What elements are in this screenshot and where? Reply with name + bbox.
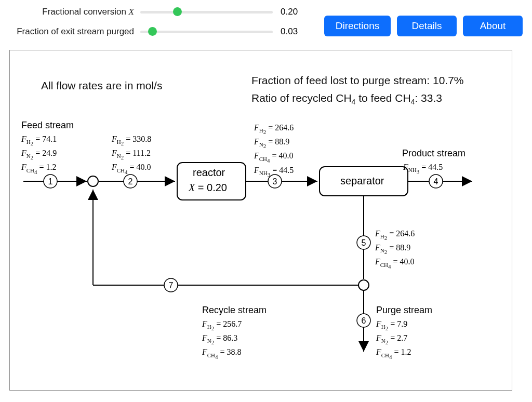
stream4-values: FNH3 = 44.5 <box>403 162 443 176</box>
button-row: Directions Details About <box>324 16 523 36</box>
reactor-x-sym: X <box>189 182 195 193</box>
controls-panel: Fractional conversion X 0.20 Fraction of… <box>0 0 532 47</box>
stream6-values: FH2 = 7.9 FN2 = 2.7 FCH4 = 1.2 <box>376 318 411 361</box>
svg-text:4: 4 <box>434 177 438 186</box>
svg-point-7 <box>358 280 369 290</box>
svg-text:7: 7 <box>169 281 174 290</box>
stream1-values: FH2 = 74.1 FN2 = 24.9 FCH4 = 1.2 <box>21 133 57 176</box>
directions-button[interactable]: Directions <box>324 16 391 36</box>
slider-thumb[interactable] <box>173 7 182 16</box>
slider-conversion-value: 0.20 <box>273 7 301 17</box>
details-button[interactable]: Details <box>397 16 457 36</box>
product-title: Product stream <box>402 148 466 159</box>
process-diagram: All flow rates are in mol/s Fraction of … <box>9 50 512 391</box>
reactor-x: X = 0.20 <box>189 182 227 194</box>
slider-thumb[interactable] <box>148 27 157 36</box>
reactor-label: reactor <box>193 167 225 179</box>
svg-text:1: 1 <box>48 177 53 186</box>
slider-purge-label: Fraction of exit stream purged <box>0 26 140 37</box>
svg-text:6: 6 <box>362 316 366 325</box>
stream3-values: FH2 = 264.6 FN2 = 88.9 FCH4 = 40.0 FNH3 … <box>254 122 294 179</box>
slider-track <box>140 31 273 33</box>
flow-svg: 1 2 3 4 5 6 7 <box>10 50 512 391</box>
stream5-values: FH2 = 264.6 FN2 = 88.9 FCH4 = 40.0 <box>375 228 415 271</box>
slider-conversion-label: Fractional conversion X <box>0 7 140 17</box>
recycle-title: Recycle stream <box>202 305 267 316</box>
svg-text:2: 2 <box>128 177 133 186</box>
svg-point-11 <box>88 176 98 186</box>
slider-purge[interactable] <box>140 26 273 37</box>
stream7-values: FH2 = 256.7 FN2 = 86.3 FCH4 = 38.8 <box>202 318 242 361</box>
feed-title: Feed stream <box>21 120 74 131</box>
separator-label: separator <box>340 175 384 187</box>
slider-track <box>140 11 273 14</box>
stream2-values: FH2 = 330.8 FN2 = 111.2 FCH4 = 40.0 <box>112 133 151 176</box>
slider-conversion[interactable] <box>140 7 273 17</box>
slider-conversion-label-sym: X <box>129 7 134 17</box>
purge-title: Purge stream <box>376 305 432 316</box>
about-button[interactable]: About <box>463 16 523 36</box>
slider-conversion-label-text: Fractional conversion <box>42 7 128 17</box>
reactor-x-val: = 0.20 <box>195 182 227 193</box>
slider-purge-value: 0.03 <box>273 26 301 37</box>
svg-text:5: 5 <box>362 238 366 247</box>
